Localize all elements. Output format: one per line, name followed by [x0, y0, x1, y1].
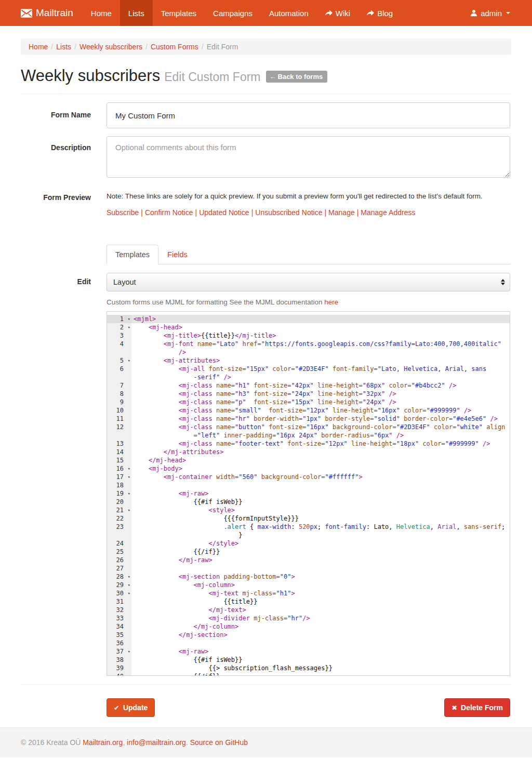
- gutter-cell[interactable]: 4: [107, 340, 131, 348]
- update-button[interactable]: ✔Update: [107, 698, 155, 717]
- code-line: [131, 639, 134, 647]
- gutter-cell[interactable]: 25: [107, 548, 131, 556]
- preview-link-updated-notice[interactable]: Updated Notice: [199, 208, 249, 217]
- gutter-cell[interactable]: 23: [107, 523, 131, 531]
- fold-arrow-icon[interactable]: ▾: [128, 315, 130, 323]
- form-name-input[interactable]: [107, 102, 510, 128]
- gutter-cell[interactable]: 2▾: [107, 323, 131, 331]
- code-line: <style>: [131, 506, 235, 514]
- gutter-cell[interactable]: 16▾: [107, 464, 131, 473]
- gutter-cell[interactable]: 31: [107, 597, 131, 606]
- preview-link-subscribe[interactable]: Subscribe: [107, 208, 139, 217]
- gutter-cell[interactable]: 37▾: [107, 647, 131, 656]
- code-line: <mj-class name="h1" font-size="42px" lin…: [131, 381, 456, 390]
- back-to-forms-button[interactable]: ←Back to forms: [266, 71, 328, 83]
- gutter-cell[interactable]: 32: [107, 606, 131, 614]
- breadcrumb-link-home[interactable]: Home: [29, 43, 48, 51]
- gutter-cell[interactable]: [107, 348, 131, 356]
- preview-link-manage-address[interactable]: Manage Address: [361, 208, 415, 217]
- description-textarea[interactable]: [107, 136, 510, 178]
- nav-link-templates[interactable]: Templates: [153, 0, 205, 26]
- gutter-cell[interactable]: 3: [107, 331, 131, 340]
- breadcrumb-link-lists[interactable]: Lists: [56, 43, 71, 51]
- code-line: <mj-raw>: [131, 489, 209, 498]
- gutter-cell[interactable]: 29▾: [107, 581, 131, 589]
- gutter-cell[interactable]: 35: [107, 631, 131, 639]
- gutter-cell[interactable]: 24: [107, 539, 131, 548]
- edit-template-select[interactable]: Layout: [107, 273, 510, 291]
- gutter-cell[interactable]: 17▾: [107, 473, 131, 481]
- gutter-cell[interactable]: 33: [107, 614, 131, 622]
- gutter-cell[interactable]: 39: [107, 664, 131, 672]
- fold-arrow-icon[interactable]: ▾: [128, 589, 130, 597]
- code-line: -serif" />: [131, 373, 231, 381]
- fold-arrow-icon[interactable]: ▾: [128, 489, 130, 498]
- nav-link-home[interactable]: Home: [83, 0, 120, 26]
- gutter-cell[interactable]: 13: [107, 440, 131, 448]
- code-row: />: [107, 348, 510, 356]
- mailtrain-org-link[interactable]: Mailtrain.org: [83, 738, 123, 747]
- gutter-cell[interactable]: [107, 431, 131, 440]
- gutter-cell[interactable]: 15: [107, 456, 131, 464]
- nav-link-wiki[interactable]: Wiki: [317, 0, 358, 26]
- gutter-cell[interactable]: 5▾: [107, 356, 131, 365]
- preview-link-unsubscribed-notice[interactable]: Unsubscribed Notice: [255, 208, 322, 217]
- user-menu[interactable]: admin: [462, 0, 532, 26]
- gutter-cell[interactable]: 18: [107, 481, 131, 489]
- gutter-cell[interactable]: 27: [107, 564, 131, 573]
- gutter-cell[interactable]: 14: [107, 448, 131, 456]
- divider: [21, 684, 511, 685]
- gutter-cell[interactable]: 22: [107, 514, 131, 523]
- nav-link-automation[interactable]: Automation: [261, 0, 317, 26]
- breadcrumb-link-custom-forms[interactable]: Custom Forms: [151, 43, 198, 51]
- code-line: <mj-container width="560" background-col…: [131, 473, 363, 481]
- gutter-cell[interactable]: 30▾: [107, 589, 131, 597]
- gutter-cell[interactable]: 40: [107, 672, 131, 676]
- gutter-cell[interactable]: 19▾: [107, 489, 131, 498]
- breadcrumb-link-weekly-subscribers[interactable]: Weekly subscribers: [79, 43, 142, 51]
- gutter-cell[interactable]: 11: [107, 415, 131, 423]
- mjml-docs-link[interactable]: here: [324, 298, 338, 306]
- brand-link[interactable]: Mailtrain: [21, 0, 73, 26]
- tab-templates[interactable]: Templates: [107, 245, 158, 264]
- fold-arrow-icon[interactable]: ▾: [128, 647, 130, 656]
- fold-arrow-icon[interactable]: ▾: [128, 464, 130, 473]
- gutter-cell[interactable]: 10: [107, 406, 131, 415]
- gutter-cell[interactable]: 8: [107, 390, 131, 398]
- copyright-text: © 2016 Kreata OÜ: [21, 738, 81, 747]
- fold-arrow-icon[interactable]: ▾: [128, 323, 130, 331]
- fold-arrow-icon[interactable]: ▾: [128, 573, 130, 581]
- fold-arrow-icon[interactable]: ▾: [128, 356, 130, 365]
- fold-arrow-icon[interactable]: ▾: [128, 506, 130, 514]
- preview-link-confirm-notice[interactable]: Confirm Notice: [145, 208, 193, 217]
- gutter-cell[interactable]: 9: [107, 398, 131, 406]
- delete-form-button[interactable]: ✖Delete Form: [444, 698, 510, 717]
- nav-link-blog[interactable]: Blog: [358, 0, 401, 26]
- gutter-cell[interactable]: 1▾: [107, 315, 131, 323]
- gutter-cell[interactable]: 26: [107, 556, 131, 564]
- gutter-cell[interactable]: 6: [107, 365, 131, 373]
- gutter-cell[interactable]: 34: [107, 622, 131, 631]
- preview-link-manage[interactable]: Manage: [328, 208, 355, 217]
- email-link[interactable]: info@mailtrain.org: [127, 738, 186, 747]
- gutter-cell[interactable]: 38: [107, 656, 131, 664]
- gutter-cell[interactable]: 7: [107, 381, 131, 390]
- gutter-cell[interactable]: 12: [107, 423, 131, 431]
- gutter-cell[interactable]: [107, 531, 131, 539]
- github-source-link[interactable]: Source on GitHub: [190, 738, 248, 747]
- form-name-row: Form Name: [21, 102, 510, 128]
- nav-link-lists[interactable]: Lists: [120, 0, 153, 26]
- gutter-cell[interactable]: [107, 373, 131, 381]
- fold-arrow-icon[interactable]: ▾: [128, 473, 130, 481]
- tab-fields[interactable]: Fields: [158, 245, 196, 264]
- code-row: 38 {{#if isWeb}}: [107, 656, 510, 664]
- code-editor[interactable]: 1▾<mjml>2▾ <mj-head>3 <mj-title>{{title}…: [107, 311, 510, 676]
- gutter-cell[interactable]: 20: [107, 498, 131, 506]
- fold-arrow-icon[interactable]: ▾: [128, 581, 130, 589]
- gutter-cell[interactable]: 36: [107, 639, 131, 647]
- gutter-cell[interactable]: 21▾: [107, 506, 131, 514]
- code-row: 12 <mj-class name="button" font-size="16…: [107, 423, 510, 431]
- nav-link-campaigns[interactable]: Campaigns: [205, 0, 261, 26]
- gutter-cell[interactable]: 28▾: [107, 573, 131, 581]
- check-icon: ✔: [114, 704, 119, 712]
